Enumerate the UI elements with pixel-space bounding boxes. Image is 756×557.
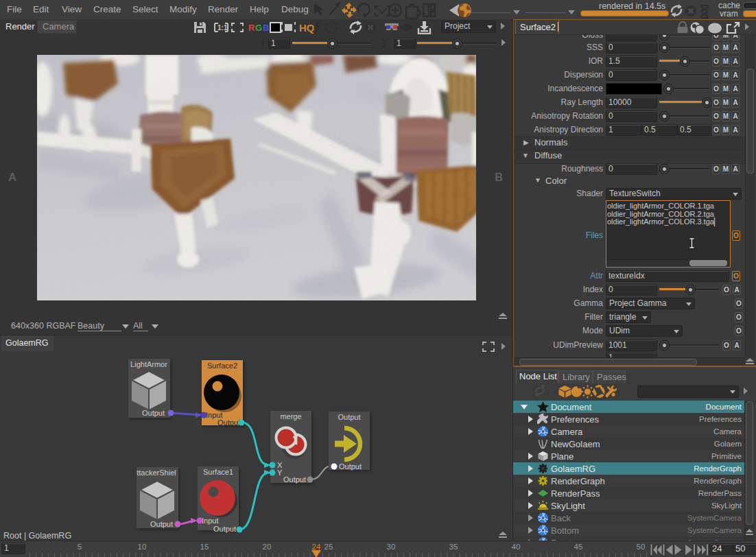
- svg-text:Output: Output: [142, 409, 165, 417]
- svg-text:24: 24: [312, 543, 321, 551]
- svg-text:Output: Output: [213, 525, 236, 533]
- svg-text:50: 50: [637, 543, 646, 551]
- svg-text:10: 10: [138, 543, 147, 551]
- svg-text:15: 15: [200, 543, 209, 551]
- svg-text:35: 35: [449, 543, 458, 551]
- svg-text:Surface2: Surface2: [207, 362, 237, 370]
- svg-text:HQ: HQ: [299, 22, 315, 34]
- svg-text:LightArmor: LightArmor: [130, 360, 167, 368]
- svg-text:Surface1: Surface1: [203, 468, 233, 476]
- svg-text:Output: Output: [338, 413, 360, 421]
- svg-text:Output: Output: [150, 520, 173, 528]
- svg-text:R: R: [248, 23, 255, 33]
- svg-text:20: 20: [263, 543, 272, 551]
- svg-text:30: 30: [387, 543, 396, 551]
- svg-text:5: 5: [78, 543, 82, 551]
- svg-text:merge: merge: [280, 412, 301, 420]
- svg-text:B: B: [263, 23, 269, 33]
- svg-text:45: 45: [574, 543, 583, 551]
- svg-text:Input: Input: [202, 517, 218, 525]
- svg-text:Output: Output: [283, 475, 306, 484]
- svg-text:40: 40: [512, 543, 521, 551]
- svg-text:ttackerShiel: ttackerShiel: [137, 469, 176, 477]
- svg-text:Output: Output: [339, 462, 362, 471]
- svg-text:1:1: 1:1: [217, 24, 228, 32]
- svg-text:Output: Output: [217, 418, 240, 427]
- svg-text:Y: Y: [277, 469, 283, 477]
- svg-text:25: 25: [324, 543, 333, 551]
- svg-text:G: G: [255, 23, 262, 33]
